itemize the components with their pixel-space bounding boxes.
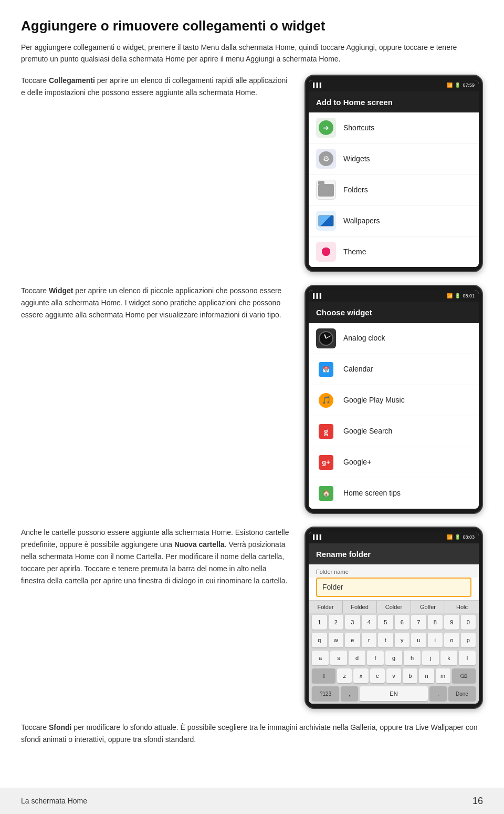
key-e[interactable]: e: [345, 633, 360, 647]
key-f[interactable]: f: [367, 651, 384, 665]
key-n[interactable]: n: [419, 668, 434, 683]
calendar-icon: 📅: [316, 359, 336, 379]
suggest-holc[interactable]: Holc: [445, 601, 479, 614]
key-w[interactable]: w: [329, 633, 344, 647]
phone-screen-1: ▌▌▌ 📶 🔋 07:59 Add to Home screen ➜: [309, 80, 479, 267]
keyboard-suggestions: Folder Folded Colder Golfer Holc: [309, 600, 479, 614]
section-widgets: Toccare Widget per aprire un elenco di p…: [21, 285, 483, 514]
key-9[interactable]: 9: [444, 615, 459, 630]
key-k[interactable]: k: [440, 651, 457, 665]
key-3[interactable]: 3: [345, 615, 360, 630]
key-t[interactable]: t: [378, 633, 393, 647]
key-5[interactable]: 5: [378, 615, 393, 630]
time-display-3: 08:03: [463, 534, 475, 541]
key-a[interactable]: a: [312, 651, 329, 665]
key-r[interactable]: r: [362, 633, 377, 647]
section4-text: Toccare Sfondi per modificare lo sfondo …: [21, 722, 483, 746]
phone-screen-2: ▌▌▌ 📶 🔋 08:01 Choose widget: [309, 290, 479, 509]
battery-icon-2: 🔋: [455, 293, 460, 300]
key-7[interactable]: 7: [411, 615, 426, 630]
key-y[interactable]: y: [395, 633, 410, 647]
key-o[interactable]: o: [444, 633, 459, 647]
key-u[interactable]: u: [411, 633, 426, 647]
music-icon: 🎵: [316, 390, 336, 410]
key-z[interactable]: z: [337, 668, 352, 683]
footer-label: La schermata Home: [21, 796, 87, 807]
menu-item-hometips[interactable]: 🏠 Home screen tips: [309, 478, 479, 509]
suggest-folded[interactable]: Folded: [343, 601, 377, 614]
status-icons-left-1: ▌▌▌: [313, 82, 323, 89]
shortcuts-label: Shortcuts: [343, 122, 374, 133]
menu-item-clock[interactable]: Analog clock: [309, 323, 479, 354]
key-p[interactable]: p: [461, 633, 476, 647]
section4-text2: per modificare lo sfondo attuale. È poss…: [21, 723, 477, 744]
phone-screen-3: ▌▌▌ 📶 🔋 08:03 Rename folder Folder name …: [309, 532, 479, 704]
suggest-golfer[interactable]: Golfer: [411, 601, 445, 614]
section2-bold: Widget: [49, 286, 74, 295]
key-j[interactable]: j: [422, 651, 439, 665]
key-delete[interactable]: ⌫: [452, 668, 476, 683]
key-1[interactable]: 1: [312, 615, 327, 630]
music-image-icon: 🎵: [319, 393, 333, 408]
key-4[interactable]: 4: [362, 615, 377, 630]
menu-item-calendar[interactable]: 📅 Calendar: [309, 354, 479, 385]
status-icons-right-1: 📶 🔋 07:59: [447, 82, 475, 89]
key-period[interactable]: .: [429, 686, 447, 701]
key-comma[interactable]: ,: [341, 686, 358, 701]
key-i[interactable]: i: [428, 633, 443, 647]
minute-hand: [326, 335, 331, 338]
key-2[interactable]: 2: [329, 615, 344, 630]
key-b[interactable]: b: [403, 668, 417, 683]
menu-item-wallpapers[interactable]: Wallpapers: [309, 205, 479, 236]
key-q[interactable]: q: [312, 633, 327, 647]
section3-text: Anche le cartelle possono essere aggiunt…: [21, 527, 292, 587]
key-h[interactable]: h: [404, 651, 421, 665]
key-0[interactable]: 0: [461, 615, 476, 630]
key-x[interactable]: x: [353, 668, 368, 683]
key-s[interactable]: s: [330, 651, 347, 665]
menu-item-music[interactable]: 🎵 Google Play Music: [309, 385, 479, 416]
menu-item-shortcuts[interactable]: ➜ Shortcuts: [309, 112, 479, 143]
wifi-icon-3: 📶: [447, 534, 453, 541]
key-v[interactable]: v: [386, 668, 401, 683]
key-l[interactable]: l: [459, 651, 476, 665]
menu-item-widgets[interactable]: ⚙ Widgets: [309, 143, 479, 174]
key-m[interactable]: m: [436, 668, 450, 683]
phone-mockup-3: ▌▌▌ 📶 🔋 08:03 Rename folder Folder name …: [304, 527, 483, 709]
key-d[interactable]: d: [349, 651, 365, 665]
shortcuts-icon: ➜: [316, 118, 336, 138]
signal-icon: ▌▌▌: [313, 82, 323, 89]
key-shift[interactable]: ⇧: [312, 668, 335, 683]
suggest-folder[interactable]: Folder: [309, 601, 343, 614]
section4-bold: Sfondi: [49, 723, 72, 731]
time-display-1: 07:59: [463, 82, 475, 89]
menu-item-googleplus[interactable]: g+ Google+: [309, 447, 479, 478]
folder-name-input[interactable]: Folder: [316, 578, 471, 597]
key-symbols[interactable]: ?123: [312, 686, 339, 701]
hometips-icon: 🏠: [316, 483, 336, 503]
key-6[interactable]: 6: [395, 615, 410, 630]
status-bar-1: ▌▌▌ 📶 🔋 07:59: [309, 80, 479, 91]
hometips-label: Home screen tips: [343, 488, 401, 499]
keyboard-bottom-row: ?123 , EN . Done: [309, 685, 479, 704]
suggest-colder[interactable]: Colder: [377, 601, 411, 614]
section1-text: Toccare Collegamenti per aprire un elenc…: [21, 75, 292, 99]
key-language[interactable]: EN: [360, 686, 428, 701]
phone2-header: Choose widget: [309, 302, 479, 323]
section1-text1: Toccare: [21, 76, 49, 85]
menu-item-search[interactable]: g Google Search: [309, 416, 479, 447]
section2-text: Toccare Widget per aprire un elenco di p…: [21, 285, 292, 321]
menu-item-folders[interactable]: Folders: [309, 174, 479, 205]
section4-text1: Toccare: [21, 723, 49, 731]
phone-mockup-1: ▌▌▌ 📶 🔋 07:59 Add to Home screen ➜: [304, 75, 483, 273]
key-c[interactable]: c: [370, 668, 385, 683]
keyboard-row-numbers: 1 2 3 4 5 6 7 8 9 0: [309, 613, 479, 631]
music-label: Google Play Music: [343, 395, 405, 406]
key-8[interactable]: 8: [428, 615, 443, 630]
status-bar-2: ▌▌▌ 📶 🔋 08:01: [309, 290, 479, 302]
key-g[interactable]: g: [385, 651, 402, 665]
key-done[interactable]: Done: [448, 686, 476, 701]
menu-item-theme[interactable]: Theme: [309, 236, 479, 267]
theme-label: Theme: [343, 246, 366, 257]
page-footer: La schermata Home 16: [0, 788, 504, 814]
